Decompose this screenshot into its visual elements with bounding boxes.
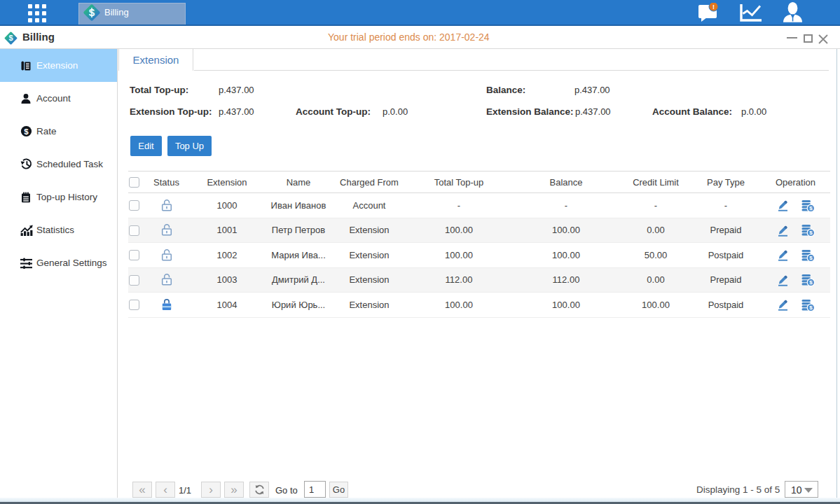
svg-text:$: $: [809, 205, 813, 211]
svg-text:$: $: [24, 127, 29, 136]
svg-text:$: $: [809, 230, 813, 236]
svg-text:$: $: [89, 6, 95, 18]
svg-text:!: !: [712, 4, 715, 10]
svg-text:$: $: [809, 255, 813, 261]
svg-text:$: $: [809, 304, 813, 311]
svg-text:$: $: [809, 279, 813, 286]
svg-text:$: $: [8, 34, 13, 42]
